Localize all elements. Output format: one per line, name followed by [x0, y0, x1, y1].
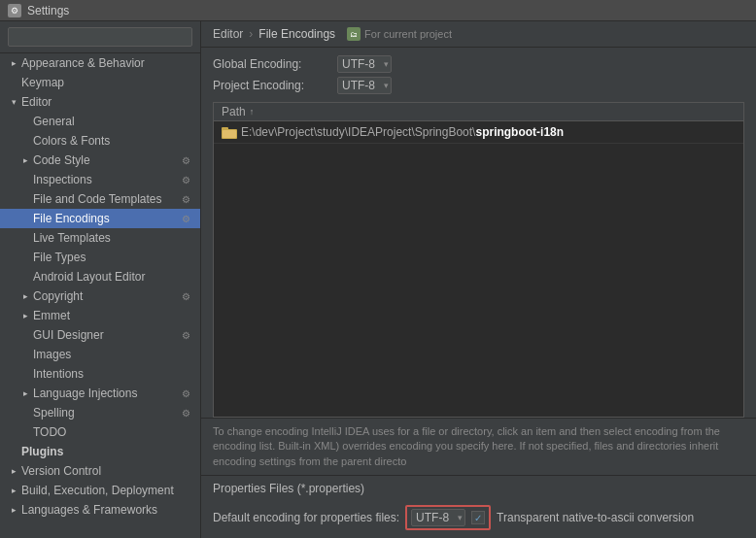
project-encoding-row: Project Encoding: UTF-8	[213, 77, 744, 94]
arrow-icon-spelling	[19, 407, 31, 419]
arrow-icon-images	[19, 349, 31, 360]
default-enc-label: Default encoding for properties files:	[213, 511, 399, 524]
for-project-label: 🗂 For current project	[347, 27, 452, 41]
sidebar-label-live-templates: Live Templates	[33, 231, 192, 245]
sort-arrow: ↑	[250, 107, 255, 117]
sidebar-item-code-style[interactable]: ▸Code Style⚙	[0, 151, 200, 170]
table-row[interactable]: E:\dev\Project\study\IDEAProject\SpringB…	[214, 121, 743, 144]
sidebar-label-appearance: Appearance & Behavior	[21, 56, 192, 70]
project-encoding-select[interactable]: UTF-8	[337, 77, 392, 94]
sidebar-item-version-control[interactable]: ▸Version Control	[0, 461, 200, 481]
arrow-icon-plugins	[8, 446, 19, 457]
search-box[interactable]	[0, 21, 200, 53]
properties-encoding-select-wrapper[interactable]: UTF-8	[411, 509, 465, 526]
sidebar-label-code-style: Code Style	[33, 153, 179, 167]
settings-icon-file-code-templates: ⚙	[179, 192, 192, 206]
arrow-icon-intentions	[19, 368, 31, 380]
sidebar-item-build-execution[interactable]: ▸Build, Execution, Deployment	[0, 481, 200, 500]
global-encoding-select-wrapper[interactable]: UTF-8	[337, 55, 392, 73]
file-table-body: E:\dev\Project\study\IDEAProject\SpringB…	[214, 121, 743, 144]
global-encoding-row: Global Encoding: UTF-8	[213, 55, 744, 73]
sidebar-label-todo: TODO	[33, 425, 192, 439]
properties-encoding-select[interactable]: UTF-8	[411, 509, 465, 526]
sidebar-nav: ▸Appearance & Behavior Keymap▾Editor Gen…	[0, 53, 200, 520]
sidebar-item-editor[interactable]: ▾Editor	[0, 92, 200, 112]
sidebar-item-spelling[interactable]: Spelling⚙	[0, 403, 200, 422]
sidebar-label-language-injections: Language Injections	[33, 387, 179, 400]
sidebar-label-file-encodings: File Encodings	[33, 212, 179, 225]
project-encoding-label: Project Encoding:	[213, 79, 329, 92]
title-bar: ⚙ Settings	[0, 0, 756, 21]
sidebar-item-gui-designer[interactable]: GUI Designer⚙	[0, 325, 200, 345]
native-to-ascii-checkbox[interactable]: ✓	[471, 511, 485, 524]
arrow-icon-languages-frameworks: ▸	[8, 504, 19, 516]
sidebar-label-languages-frameworks: Languages & Frameworks	[21, 503, 192, 517]
window-title: Settings	[27, 4, 69, 17]
sidebar-label-file-code-templates: File and Code Templates	[33, 192, 179, 206]
sidebar-item-language-injections[interactable]: ▸Language Injections⚙	[0, 384, 200, 403]
sidebar-label-editor: Editor	[21, 95, 192, 109]
settings-icon-code-style: ⚙	[179, 153, 192, 167]
content-header: Editor › File Encodings 🗂 For current pr…	[201, 21, 756, 48]
sidebar-label-plugins: Plugins	[21, 445, 192, 458]
sidebar-label-version-control: Version Control	[21, 464, 192, 478]
sidebar-label-gui-designer: GUI Designer	[33, 328, 179, 342]
settings-icon-language-injections: ⚙	[179, 387, 192, 400]
sidebar-item-file-code-templates[interactable]: File and Code Templates⚙	[0, 189, 200, 209]
arrow-icon-language-injections: ▸	[19, 387, 31, 399]
settings-icon: ⚙	[8, 4, 21, 17]
properties-row: Properties Files (*.properties)	[201, 475, 756, 501]
svg-rect-2	[223, 130, 236, 138]
sidebar-item-intentions[interactable]: Intentions	[0, 364, 200, 384]
settings-icon-copyright: ⚙	[179, 289, 192, 303]
arrow-icon-colors-fonts	[19, 135, 31, 147]
sidebar-item-file-types[interactable]: File Types	[0, 248, 200, 267]
sidebar-label-file-types: File Types	[33, 251, 192, 264]
search-input[interactable]	[8, 27, 192, 47]
arrow-icon-code-style: ▸	[19, 154, 31, 166]
sidebar-label-emmet: Emmet	[33, 309, 192, 322]
project-encoding-select-wrapper[interactable]: UTF-8	[337, 77, 392, 94]
arrow-icon-version-control: ▸	[8, 465, 19, 477]
sidebar-item-keymap[interactable]: Keymap	[0, 73, 200, 92]
sidebar-item-live-templates[interactable]: Live Templates	[0, 228, 200, 248]
settings-icon-file-encodings: ⚙	[179, 212, 192, 225]
arrow-icon-gui-designer	[19, 329, 31, 341]
arrow-icon-file-code-templates	[19, 193, 31, 205]
global-encoding-label: Global Encoding:	[213, 57, 329, 71]
sidebar-item-images[interactable]: Images	[0, 345, 200, 364]
settings-icon-spelling: ⚙	[179, 406, 192, 420]
arrow-icon-todo	[19, 426, 31, 438]
arrow-icon-live-templates	[19, 232, 31, 244]
sidebar-item-general[interactable]: General	[0, 112, 200, 131]
sidebar-item-todo[interactable]: TODO	[0, 422, 200, 442]
arrow-icon-file-types	[19, 252, 31, 263]
sidebar-label-android-layout: Android Layout Editor	[33, 270, 192, 284]
sidebar-item-copyright[interactable]: ▸Copyright⚙	[0, 286, 200, 306]
sidebar-item-colors-fonts[interactable]: Colors & Fonts	[0, 131, 200, 151]
sidebar-item-languages-frameworks[interactable]: ▸Languages & Frameworks	[0, 500, 200, 520]
properties-label: Properties Files (*.properties)	[213, 482, 364, 495]
file-table[interactable]: Path ↑ E:\dev\Project\study\IDEAProject\…	[213, 102, 744, 418]
sidebar-item-android-layout[interactable]: Android Layout Editor	[0, 267, 200, 286]
settings-icon-gui-designer: ⚙	[179, 328, 192, 342]
sidebar-item-plugins[interactable]: Plugins	[0, 442, 200, 461]
arrow-icon-file-encodings	[19, 213, 31, 224]
sidebar-item-appearance[interactable]: ▸Appearance & Behavior	[0, 53, 200, 73]
sidebar-item-inspections[interactable]: Inspections⚙	[0, 170, 200, 189]
global-encoding-select[interactable]: UTF-8	[337, 55, 392, 73]
for-project-text: For current project	[364, 28, 452, 40]
file-path: E:\dev\Project\study\IDEAProject\SpringB…	[241, 125, 564, 139]
arrow-icon-build-execution: ▸	[8, 485, 19, 496]
sidebar-item-emmet[interactable]: ▸Emmet	[0, 306, 200, 325]
sidebar-item-file-encodings[interactable]: File Encodings⚙	[0, 209, 200, 228]
sidebar-label-intentions: Intentions	[33, 367, 192, 381]
arrow-icon-appearance: ▸	[8, 57, 19, 69]
sidebar-label-keymap: Keymap	[21, 76, 192, 89]
arrow-icon-copyright: ▸	[19, 290, 31, 302]
path-col-label: Path	[222, 105, 246, 118]
sidebar: ▸Appearance & Behavior Keymap▾Editor Gen…	[0, 21, 201, 538]
arrow-icon-android-layout	[19, 271, 31, 283]
content-area: Editor › File Encodings 🗂 For current pr…	[201, 21, 756, 538]
settings-icon-inspections: ⚙	[179, 173, 192, 186]
